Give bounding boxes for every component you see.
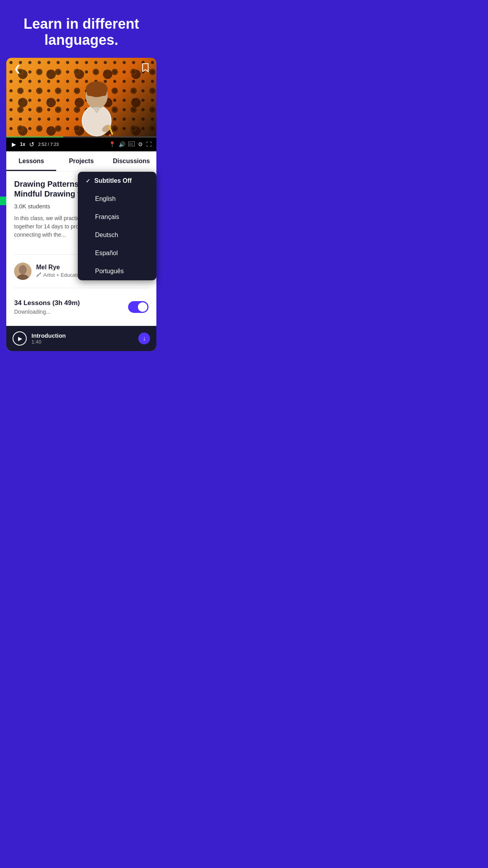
subtitle-german-option[interactable]: Deutsch (78, 226, 156, 244)
subtitle-spanish-option[interactable]: Español (78, 244, 156, 262)
hero-title: Learn in different languages. (0, 0, 163, 58)
subtitle-english-option[interactable]: English (78, 190, 156, 208)
bookmark-icon (142, 63, 149, 74)
play-icon: ▶ (12, 141, 16, 147)
tab-lessons[interactable]: Lessons (6, 151, 56, 171)
brush-icon (36, 272, 42, 278)
subtitle-off-option[interactable]: ✓ Subtitles Off (78, 172, 156, 190)
avatar-image (14, 263, 31, 280)
lesson-play-button[interactable]: ▶ (13, 331, 27, 346)
download-toggle[interactable] (128, 301, 149, 313)
instructor-role: Artist + Educator (36, 272, 81, 278)
bottom-lesson-bar: ▶ Introduction 1:40 ↓ (6, 326, 156, 351)
subtitle-french-option[interactable]: Français (78, 208, 156, 226)
svg-rect-4 (87, 91, 106, 96)
instructor-info: Mel Rye Artist + Educator (14, 263, 81, 280)
video-time: 2:52 / 7:23 (38, 142, 106, 147)
tab-projects[interactable]: Projects (56, 151, 106, 171)
svg-point-14 (37, 276, 38, 277)
instructor-figure (71, 68, 122, 136)
pin-icon[interactable]: 📍 (109, 141, 116, 147)
instructor-text: Mel Rye Artist + Educator (36, 264, 81, 278)
video-thumbnail: ❮ (6, 58, 156, 136)
divider-2 (14, 288, 149, 288)
video-player: ❮ ▶ 1x (6, 58, 156, 151)
rewind-button[interactable]: ↺ (28, 140, 35, 149)
lessons-controls: 34 Lessons (3h 49m) Downloading... (14, 299, 149, 315)
lesson-download-button[interactable]: ↓ (138, 333, 150, 344)
lesson-title: Introduction (31, 332, 134, 339)
tab-discussions[interactable]: Discussions (106, 151, 156, 171)
lessons-section: 34 Lessons (3h 49m) Downloading... (14, 293, 149, 318)
download-icon: ↓ (143, 335, 146, 342)
back-button[interactable]: ❮ (11, 63, 24, 75)
subtitle-portuguese-option[interactable]: Português (78, 262, 156, 280)
instructor-name: Mel Rye (36, 264, 81, 271)
rewind-icon: ↺ (29, 141, 34, 148)
subtitle-dropdown: ✓ Subtitles Off English Français Deutsch… (78, 172, 156, 280)
lesson-duration: 1:40 (31, 339, 134, 345)
avatar (14, 263, 31, 280)
lesson-play-icon: ▶ (18, 335, 22, 342)
lessons-text: 34 Lessons (3h 49m) Downloading... (14, 299, 80, 315)
progress-fill (6, 136, 63, 138)
downloading-text: Downloading... (14, 309, 80, 315)
settings-icon[interactable]: ⚙ (138, 141, 143, 147)
svg-point-12 (19, 265, 27, 274)
course-tabs: Lessons Projects Discussions (6, 151, 156, 171)
video-container: ❮ ▶ 1x (6, 58, 156, 151)
lessons-title: 34 Lessons (3h 49m) (14, 299, 80, 307)
fullscreen-icon[interactable]: ⛶ (146, 141, 152, 147)
volume-icon[interactable]: 🔊 (119, 141, 125, 147)
svg-text:CC: CC (129, 143, 133, 145)
play-button[interactable]: ▶ (11, 140, 17, 148)
check-icon: ✓ (86, 178, 90, 184)
progress-bar[interactable] (6, 136, 156, 138)
video-controls: ▶ 1x ↺ 2:52 / 7:23 📍 🔊 CC (6, 138, 156, 151)
playback-speed[interactable]: 1x (20, 142, 25, 147)
back-icon: ❮ (14, 64, 21, 74)
bookmark-button[interactable] (139, 63, 152, 75)
ctrl-icons-group: 📍 🔊 CC ⚙ ⛶ (109, 141, 152, 147)
lesson-info: Introduction 1:40 (31, 332, 134, 345)
toggle-knob (138, 302, 147, 312)
course-card: ❮ ▶ 1x (6, 58, 156, 351)
cc-icon[interactable]: CC (128, 141, 135, 147)
